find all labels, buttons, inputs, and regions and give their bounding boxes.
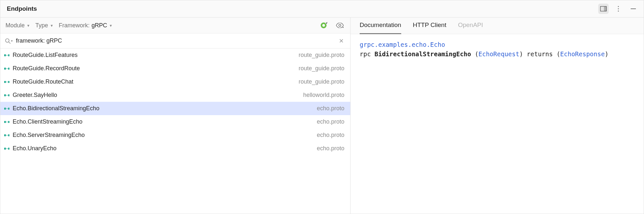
svg-point-11 [6,39,9,42]
connection-status-icon[interactable] [318,20,329,31]
endpoint-file: echo.proto [317,105,344,112]
clear-search-icon[interactable]: ✕ [337,37,346,45]
doc-paren: ) [519,50,523,58]
endpoint-row[interactable]: Greeter.SayHellohelloworld.proto [0,88,350,102]
panel-title: Endpoints [7,5,37,12]
endpoint-name: Echo.ClientStreamingEcho [13,118,82,125]
endpoint-file: route_guide.proto [299,52,344,59]
doc-service-fqname[interactable]: grpc.examples.echo.Echo [360,41,445,48]
minimize-icon[interactable] [628,4,638,14]
doc-paren: ) [605,50,608,58]
endpoint-file: echo.proto [317,118,344,125]
endpoint-row[interactable]: Echo.BidirectionalStreamingEchoecho.prot… [0,102,350,115]
type-filter-label: Type [35,22,48,29]
doc-paren: ( [556,50,560,58]
svg-point-3 [618,8,619,9]
module-filter-label: Module [6,22,25,29]
doc-keyword-rpc: rpc [360,50,371,58]
rpc-method-icon [4,120,9,124]
rpc-method-icon [4,67,9,70]
chevron-down-icon: ▾ [110,23,112,28]
doc-paren: ( [475,50,478,58]
tab-http-client[interactable]: HTTP Client [413,21,446,34]
framework-filter-label: Framework: [59,22,90,29]
svg-rect-5 [631,8,636,9]
endpoint-name: Echo.BidirectionalStreamingEcho [13,105,99,112]
rpc-method-icon [4,94,9,97]
endpoint-name: Greeter.SayHello [13,92,57,99]
endpoint-file: route_guide.proto [299,78,344,85]
endpoint-name: Echo.UnaryEcho [13,145,56,152]
endpoint-file: route_guide.proto [299,65,344,72]
tab-openapi: OpenAPI [458,21,483,34]
search-input[interactable] [15,36,334,46]
endpoint-file: helloworld.proto [303,92,344,99]
svg-point-2 [618,6,619,7]
chevron-down-icon: ▾ [11,39,13,43]
endpoint-name: Echo.ServerStreamingEcho [13,132,85,139]
side-panel-toggle-icon[interactable] [598,4,609,14]
endpoint-name: RouteGuide.ListFeatures [13,52,78,59]
svg-point-4 [618,10,619,11]
endpoint-list[interactable]: RouteGuide.ListFeaturesroute_guide.proto… [0,48,350,214]
svg-rect-1 [604,7,607,11]
endpoint-name: RouteGuide.RouteChat [13,78,73,85]
type-filter[interactable]: Type ▾ [35,22,53,29]
endpoint-row[interactable]: RouteGuide.RouteChatroute_guide.proto [0,75,350,88]
endpoint-row[interactable]: RouteGuide.RecordRouteroute_guide.proto [0,62,350,75]
rpc-method-icon [4,134,9,137]
search-icon[interactable]: ▾ [5,38,13,44]
endpoint-row[interactable]: Echo.UnaryEchoecho.proto [0,142,350,155]
endpoint-row[interactable]: Echo.ServerStreamingEchoecho.proto [0,128,350,142]
rpc-method-icon [4,80,9,84]
chevron-down-icon: ▾ [27,23,30,28]
module-filter[interactable]: Module ▾ [6,22,30,29]
chevron-down-icon: ▾ [51,23,53,28]
tab-documentation[interactable]: Documentation [360,21,401,34]
framework-filter-value: gRPC [92,22,107,29]
framework-filter[interactable]: Framework: gRPC ▾ [59,22,112,29]
more-options-icon[interactable] [613,4,624,14]
doc-request-type[interactable]: EchoRequest [478,50,519,58]
rpc-method-icon [4,147,9,150]
doc-method-name: BidirectionalStreamingEcho [375,50,471,58]
svg-text:▾: ▾ [342,26,344,28]
doc-response-type[interactable]: EchoResponse [560,50,605,58]
doc-keyword-returns: returns [527,50,553,58]
rpc-method-icon [4,54,9,57]
endpoint-row[interactable]: Echo.ClientStreamingEchoecho.proto [0,115,350,128]
svg-point-7 [322,24,325,27]
svg-line-12 [9,42,10,44]
endpoint-row[interactable]: RouteGuide.ListFeaturesroute_guide.proto [0,48,350,62]
endpoint-name: RouteGuide.RecordRoute [13,65,80,72]
svg-point-9 [339,24,341,26]
visibility-icon[interactable]: ▾ [335,20,345,31]
rpc-method-icon [4,107,9,110]
endpoint-file: echo.proto [317,145,344,152]
endpoint-file: echo.proto [317,132,344,139]
